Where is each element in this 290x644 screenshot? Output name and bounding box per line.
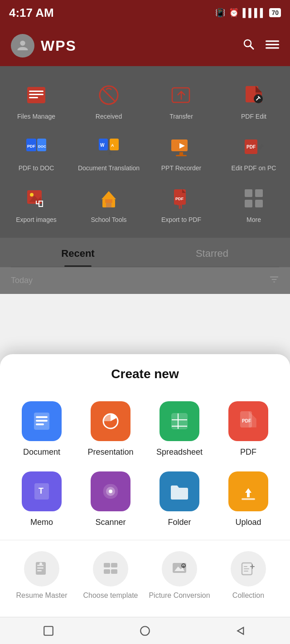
pdf-to-doc-label: PDF to DOC [19, 164, 54, 172]
svg-text:PDF: PDF [246, 144, 256, 149]
tab-recent[interactable]: Recent [11, 238, 145, 267]
tool-doc-translation[interactable]: WA Document Translation [72, 127, 145, 178]
picture-conversion-icon [162, 551, 197, 586]
create-scanner[interactable]: Scanner [76, 466, 145, 536]
status-icons: 📳 ⏰ ▌▌▌▌ 70 [215, 8, 281, 18]
vibrate-icon: 📳 [215, 8, 225, 18]
tool-more[interactable]: More [218, 178, 290, 230]
create-presentation[interactable]: Presentation [76, 396, 145, 466]
svg-rect-27 [179, 152, 183, 155]
create-secondary-grid: Resume Master Choose template Picture Co… [0, 548, 290, 617]
svg-marker-37 [102, 191, 116, 199]
svg-rect-75 [44, 626, 53, 635]
svg-point-33 [30, 193, 34, 197]
tools-grid: Files Manage Received Transfer PDF Edit [0, 75, 290, 231]
tool-pdf-edit[interactable]: PDF Edit [218, 75, 290, 127]
svg-text:PDF: PDF [27, 144, 36, 149]
svg-rect-7 [29, 91, 44, 92]
sheet-title: Create new [0, 367, 290, 381]
status-bar: 4:17 AM 📳 ⏰ ▌▌▌▌ 70 [0, 0, 290, 25]
menu-icon[interactable] [266, 38, 279, 54]
school-tools-label: School Tools [91, 216, 126, 224]
filter-icon[interactable] [269, 274, 279, 287]
tabs-row: Recent Starred [11, 238, 279, 267]
status-time: 4:17 AM [9, 6, 54, 20]
picture-conversion-label: Picture Conversion [149, 591, 210, 601]
tool-export-images[interactable]: Export images [0, 178, 72, 230]
pdf-icon: PDF [228, 401, 268, 441]
folder-label: Folder [168, 518, 191, 527]
collection[interactable]: Collection [214, 548, 283, 606]
app-header: WPS [0, 25, 290, 66]
today-label: Today [11, 276, 33, 285]
svg-point-60 [109, 490, 112, 493]
svg-line-2 [250, 46, 253, 49]
create-document[interactable]: Document [7, 396, 76, 466]
create-folder[interactable]: Folder [145, 466, 214, 536]
svg-text:T: T [39, 486, 44, 495]
today-row: Today [0, 267, 290, 294]
received-label: Received [96, 112, 122, 120]
tool-export-to-pdf[interactable]: PDF Export to PDF [145, 178, 218, 230]
create-spreadsheet[interactable]: Spreadsheet [145, 396, 214, 466]
more-label: More [246, 216, 261, 224]
spreadsheet-icon [160, 401, 199, 441]
svg-line-11 [102, 89, 115, 101]
svg-rect-46 [36, 416, 48, 418]
document-label: Document [23, 447, 60, 457]
upload-icon [228, 471, 268, 511]
pdf-label: PDF [240, 447, 256, 457]
svg-rect-68 [111, 563, 117, 567]
scanner-label: Scanner [95, 518, 126, 527]
choose-template-icon [93, 551, 128, 586]
tabs-section: Recent Starred [0, 238, 290, 267]
create-memo[interactable]: T Memo [7, 466, 76, 536]
nav-home-button[interactable] [136, 622, 154, 640]
choose-template-label: Choose template [83, 591, 138, 601]
search-icon[interactable] [242, 38, 256, 54]
svg-point-0 [20, 41, 25, 46]
pdf-to-doc-icon: PDFDOC [23, 133, 50, 160]
tool-ppt-recorder[interactable]: PPT Recorder [145, 127, 218, 178]
tab-starred[interactable]: Starred [145, 238, 279, 267]
resume-master[interactable]: Resume Master [7, 548, 76, 606]
folder-icon [160, 471, 199, 511]
tool-files-manage[interactable]: Files Manage [0, 75, 72, 127]
tool-received[interactable]: Received [72, 75, 145, 127]
create-upload[interactable]: Upload [214, 466, 283, 536]
svg-rect-9 [29, 97, 38, 98]
svg-rect-44 [255, 200, 263, 207]
svg-rect-24 [109, 151, 111, 155]
header-right [242, 38, 279, 54]
upload-label: Upload [235, 518, 261, 527]
svg-rect-69 [104, 569, 110, 574]
picture-conversion[interactable]: Picture Conversion [145, 548, 214, 606]
nav-back-button[interactable] [39, 622, 58, 640]
tool-edit-pdf-pc[interactable]: PDF Edit PDF on PC [218, 127, 290, 178]
svg-rect-8 [29, 94, 44, 95]
tool-school-tools[interactable]: School Tools [72, 178, 145, 230]
transfer-icon [168, 82, 195, 109]
svg-rect-64 [37, 567, 44, 569]
svg-rect-47 [36, 420, 48, 422]
edit-pdf-pc-label: Edit PDF on PC [232, 164, 276, 172]
svg-marker-77 [238, 627, 244, 634]
svg-rect-4 [266, 43, 279, 45]
choose-template[interactable]: Choose template [76, 548, 145, 606]
doc-translation-icon: WA [95, 133, 122, 160]
wps-logo: WPS [41, 38, 77, 54]
received-icon [95, 82, 122, 109]
tool-transfer[interactable]: Transfer [145, 75, 218, 127]
nav-recents-button[interactable] [232, 622, 251, 640]
pdf-edit-icon [240, 82, 267, 109]
export-to-pdf-icon: PDF [168, 185, 195, 212]
spreadsheet-label: Spreadsheet [156, 447, 203, 457]
svg-rect-38 [106, 203, 111, 207]
document-icon [22, 401, 62, 441]
tool-pdf-to-doc[interactable]: PDFDOC PDF to DOC [0, 127, 72, 178]
avatar[interactable] [11, 34, 34, 58]
create-pdf[interactable]: PDF PDF [214, 396, 283, 466]
svg-rect-43 [245, 200, 252, 207]
svg-rect-61 [242, 498, 255, 500]
bottom-nav [0, 617, 290, 644]
